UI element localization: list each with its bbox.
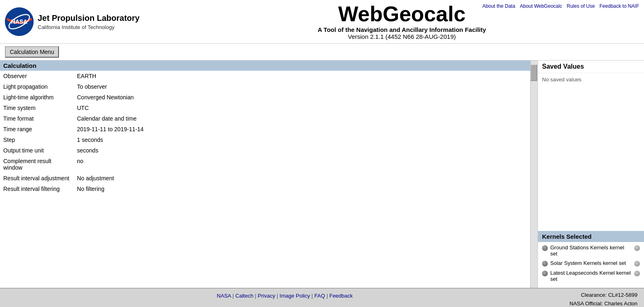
field-value: 2019-11-11 to 2019-11-14 <box>74 124 530 134</box>
footer-faq-link[interactable]: FAQ <box>314 293 325 299</box>
field-value: Calendar date and time <box>74 113 530 124</box>
footer-right: Clearance: CL#12-5899 NASA Official: Cha… <box>569 291 644 307</box>
nasa-logo: NASA <box>5 7 34 36</box>
field-label: Time range <box>0 124 74 134</box>
table-row: Output time unitseconds <box>0 145 530 156</box>
rules-of-use-link[interactable]: Rules of Use <box>567 3 595 9</box>
field-label: Complement result window <box>0 156 74 173</box>
kernel-remove-icon[interactable] <box>634 261 640 267</box>
table-row: Result interval filteringNo filtering <box>0 184 530 194</box>
field-value: To observer <box>74 81 530 92</box>
kernel-bullet-icon <box>542 245 548 251</box>
table-row: Result interval adjustmentNo adjustment <box>0 173 530 184</box>
field-value: 1 seconds <box>74 134 530 145</box>
top-nav: About the Data About WebGeocalc Rules of… <box>479 3 639 9</box>
table-row: Time formatCalendar date and time <box>0 113 530 124</box>
field-label: Step <box>0 134 74 145</box>
kernel-item: Ground Stations Kernels kernel set <box>542 244 640 257</box>
footer-image-policy-link[interactable]: Image Policy <box>280 293 310 299</box>
footer-feedback-link[interactable]: Feedback <box>329 293 353 299</box>
calc-table-body: ObserverEARTHLight propagationTo observe… <box>0 71 530 194</box>
field-label: Light propagation <box>0 81 74 92</box>
main-layout: Calculation ObserverEARTHLight propagati… <box>0 61 644 288</box>
app-version: Version 2.1.1 (4452 N66 28-AUG-2019) <box>165 33 639 40</box>
scrollbar[interactable] <box>530 61 538 288</box>
jpl-subtitle: California Institute of Technology <box>38 24 140 31</box>
field-value: seconds <box>74 145 530 156</box>
about-webgeocalc-link[interactable]: About WebGeocalc <box>520 3 562 9</box>
kernel-item: Solar System Kernels kernel set <box>542 260 640 267</box>
kernel-bullet-icon <box>542 271 548 276</box>
kernels-list: Ground Stations Kernels kernel setSolar … <box>538 242 644 288</box>
table-row: Complement result windowno <box>0 156 530 173</box>
calculation-section-header: Calculation <box>0 61 530 71</box>
footer-caltech-link[interactable]: Caltech <box>235 293 253 299</box>
table-row: Time range2019-11-11 to 2019-11-14 <box>0 124 530 134</box>
field-label: Time format <box>0 113 74 124</box>
footer-privacy-link[interactable]: Privacy <box>258 293 276 299</box>
field-value: No filtering <box>74 184 530 194</box>
kernel-label: Latest Leapseconds Kernel kernel set <box>550 270 632 282</box>
field-value: Converged Newtonian <box>74 92 530 103</box>
field-label: Output time unit <box>0 145 74 156</box>
footer-nasa-link[interactable]: NASA <box>217 293 231 299</box>
app-subtitle: A Tool of the Navigation and Ancillary I… <box>165 26 639 33</box>
nasa-official-text: NASA Official: Charles Acton <box>569 300 637 307</box>
scroll-thumb[interactable] <box>531 65 537 81</box>
field-value: UTC <box>74 103 530 113</box>
footer-sep-1: | <box>233 293 235 299</box>
kernel-label: Solar System Kernels kernel set <box>550 260 632 266</box>
kernel-remove-icon[interactable] <box>634 245 640 251</box>
field-value: EARTH <box>74 71 530 81</box>
calc-menu-bar: Calculation Menu <box>0 44 644 61</box>
field-label: Time system <box>0 103 74 113</box>
calculation-table: ObserverEARTHLight propagationTo observe… <box>0 71 530 194</box>
kernel-bullet-icon <box>542 261 548 267</box>
left-content: Calculation ObserverEARTHLight propagati… <box>0 61 530 288</box>
footer-links: NASA | Caltech | Privacy | Image Policy … <box>0 291 569 299</box>
table-row: ObserverEARTH <box>0 71 530 81</box>
table-row: Light-time algorithmConverged Newtonian <box>0 92 530 103</box>
logo-area: NASA Jet Propulsion Laboratory Californi… <box>5 7 165 36</box>
field-label: Result interval filtering <box>0 184 74 194</box>
header: NASA Jet Propulsion Laboratory Californi… <box>0 0 644 44</box>
clearance-text: Clearance: CL#12-5899 <box>569 291 637 300</box>
svg-text:NASA: NASA <box>11 18 27 25</box>
jpl-title: Jet Propulsion Laboratory <box>38 12 140 24</box>
field-value: no <box>74 156 530 173</box>
table-row: Time systemUTC <box>0 103 530 113</box>
table-row: Step1 seconds <box>0 134 530 145</box>
calculation-menu-button[interactable]: Calculation Menu <box>5 46 59 58</box>
footer-sep-3: | <box>277 293 280 299</box>
kernel-label: Ground Stations Kernels kernel set <box>550 244 632 257</box>
about-data-link[interactable]: About the Data <box>482 3 515 9</box>
jpl-text: Jet Propulsion Laboratory California Ins… <box>38 12 140 31</box>
field-label: Light-time algorithm <box>0 92 74 103</box>
field-label: Result interval adjustment <box>0 173 74 184</box>
feedback-naif-link[interactable]: Feedback to NAIF <box>599 3 639 9</box>
kernels-selected-header: Kernels Selected <box>538 231 644 242</box>
table-row: Light propagationTo observer <box>0 81 530 92</box>
footer-sep-4: | <box>312 293 314 299</box>
kernel-item: Latest Leapseconds Kernel kernel set <box>542 270 640 282</box>
saved-values-body: No saved values <box>538 73 644 231</box>
footer-sep-2: | <box>255 293 258 299</box>
kernel-remove-icon[interactable] <box>634 271 640 276</box>
saved-values-header: Saved Values <box>538 61 644 73</box>
footer: NASA | Caltech | Privacy | Image Policy … <box>0 288 644 307</box>
right-panel: Saved Values No saved values Kernels Sel… <box>538 61 644 288</box>
field-value: No adjustment <box>74 173 530 184</box>
field-label: Observer <box>0 71 74 81</box>
